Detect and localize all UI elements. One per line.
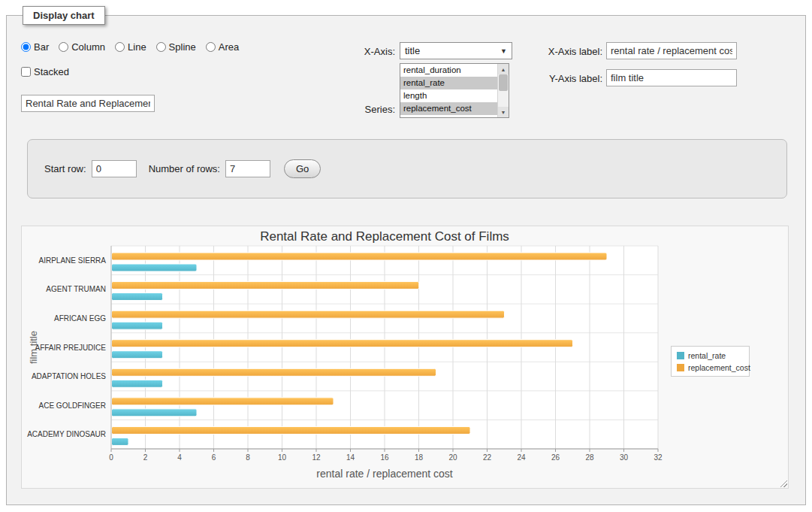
svg-text:10: 10 <box>278 453 287 462</box>
series-option-replacement_cost[interactable]: replacement_cost <box>400 102 497 115</box>
number-of-rows-label: Number of rows: <box>149 163 220 174</box>
radio-column[interactable] <box>59 42 68 52</box>
chart-type-radio-bar[interactable]: Bar <box>21 41 49 53</box>
chart-type-radio-spline[interactable]: Spline <box>156 41 196 53</box>
scrollbar-thumb[interactable] <box>499 74 508 91</box>
svg-text:26: 26 <box>551 453 560 462</box>
radio-label: Bar <box>34 41 49 53</box>
svg-text:14: 14 <box>346 453 355 462</box>
radio-bar[interactable] <box>21 42 31 52</box>
series-label: Series: <box>323 104 395 115</box>
svg-text:ACADEMY DINOSAUR: ACADEMY DINOSAUR <box>27 430 106 438</box>
series-option-rental_rate[interactable]: rental_rate <box>400 77 497 89</box>
stacked-label: Stacked <box>34 66 69 77</box>
start-row-label: Start row: <box>44 163 86 174</box>
svg-text:6: 6 <box>212 453 216 462</box>
start-row-input[interactable] <box>92 160 137 177</box>
scroll-down-icon[interactable]: ▼ <box>498 107 509 117</box>
svg-text:2: 2 <box>143 453 148 462</box>
svg-text:rental_rate: rental_rate <box>688 351 726 360</box>
x-axis-label-caption: X-Axis label: <box>528 46 602 57</box>
chart-type-radio-column[interactable]: Column <box>59 41 105 53</box>
stacked-checkbox[interactable] <box>21 67 31 77</box>
stacked-checkbox-row[interactable]: Stacked <box>21 66 69 77</box>
svg-text:ADAPTATION HOLES: ADAPTATION HOLES <box>32 372 106 380</box>
svg-text:24: 24 <box>517 453 526 462</box>
svg-text:30: 30 <box>620 453 629 462</box>
chart-type-radio-line[interactable]: Line <box>115 41 146 53</box>
chart-title-input[interactable] <box>21 95 155 112</box>
rows-panel: Start row: Number of rows: Go <box>27 139 787 198</box>
svg-text:18: 18 <box>415 453 424 462</box>
svg-text:film title: film title <box>28 331 39 364</box>
svg-text:AGENT TRUMAN: AGENT TRUMAN <box>46 285 106 293</box>
series-listbox[interactable]: rental_durationrental_ratelengthreplacem… <box>400 63 509 118</box>
x-axis-selected-value: title <box>405 45 500 56</box>
svg-text:16: 16 <box>380 453 389 462</box>
svg-text:12: 12 <box>312 453 321 462</box>
radio-label: Area <box>219 41 239 53</box>
chart-type-radio-group: BarColumnLineSplineArea <box>21 41 239 53</box>
listbox-scrollbar[interactable]: ▲ ▼ <box>497 64 509 117</box>
svg-text:AFRICAN EGG: AFRICAN EGG <box>54 314 106 323</box>
radio-label: Line <box>128 41 146 53</box>
series-option-rental_duration[interactable]: rental_duration <box>400 64 497 77</box>
x-axis-label: X-Axis: <box>323 46 395 57</box>
fieldset-legend: Display chart <box>23 6 105 25</box>
svg-text:replacement_cost: replacement_cost <box>688 363 750 372</box>
svg-text:rental rate / replacement cost: rental rate / replacement cost <box>316 468 452 480</box>
svg-text:0: 0 <box>109 453 113 462</box>
y-axis-label-caption: Y-Axis label: <box>528 73 602 84</box>
radio-area[interactable] <box>206 42 216 52</box>
svg-text:32: 32 <box>654 453 663 462</box>
svg-text:Rental Rate and Replacement Co: Rental Rate and Replacement Cost of Film… <box>260 229 509 244</box>
svg-text:AFFAIR PREJUDICE: AFFAIR PREJUDICE <box>35 344 107 352</box>
radio-label: Spline <box>169 41 196 53</box>
svg-text:22: 22 <box>483 453 492 462</box>
radio-line[interactable] <box>115 42 125 52</box>
series-option-length[interactable]: length <box>400 89 497 102</box>
bar-chart: 02468101214161820222426283032AIRPLANE SI… <box>22 226 788 488</box>
svg-text:ACE GOLDFINGER: ACE GOLDFINGER <box>39 401 106 410</box>
chart-type-radio-area[interactable]: Area <box>206 41 239 53</box>
svg-text:AIRPLANE SIERRA: AIRPLANE SIERRA <box>39 256 107 265</box>
chevron-down-icon: ▼ <box>500 47 507 55</box>
radio-label: Column <box>71 41 105 53</box>
svg-text:4: 4 <box>177 453 182 462</box>
radio-spline[interactable] <box>156 42 166 52</box>
x-axis-select[interactable]: title ▼ <box>400 42 512 59</box>
chart-container: 02468101214161820222426283032AIRPLANE SI… <box>21 226 789 489</box>
svg-text:8: 8 <box>246 453 250 462</box>
app-screen: Display chart BarColumnLineSplineArea St… <box>0 0 812 512</box>
go-button[interactable]: Go <box>284 159 321 178</box>
svg-text:20: 20 <box>448 453 457 462</box>
resize-grip-icon[interactable] <box>779 479 787 487</box>
number-of-rows-input[interactable] <box>225 160 270 177</box>
svg-text:28: 28 <box>585 453 594 462</box>
scroll-up-icon[interactable]: ▲ <box>498 64 509 74</box>
x-axis-label-input[interactable] <box>606 42 737 59</box>
series-options: rental_durationrental_ratelengthreplacem… <box>400 64 497 117</box>
y-axis-label-input[interactable] <box>606 69 737 86</box>
